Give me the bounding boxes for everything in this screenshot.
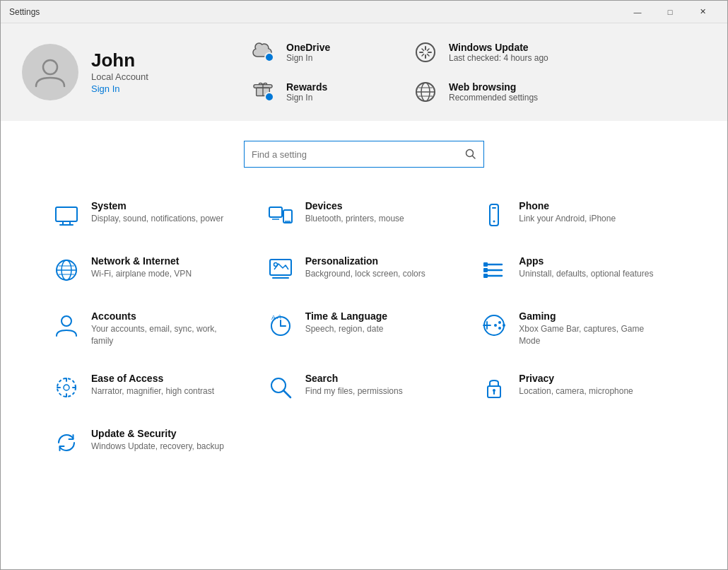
personalization-icon [266, 255, 295, 285]
svg-rect-16 [269, 207, 282, 217]
system-desc: Display, sound, notifications, power [91, 213, 223, 225]
web-browsing-icon [411, 77, 440, 107]
title-bar: Settings — □ ✕ [1, 1, 727, 23]
update-icon [52, 428, 81, 458]
ease-desc: Narrator, magnifier, high contrast [91, 385, 214, 397]
gaming-desc: Xbox Game Bar, captures, Game Mode [519, 323, 660, 347]
profile-left: John Local Account Sign In [22, 44, 220, 100]
settings-item-time[interactable]: A A Time & Language Speech, region, date [257, 298, 471, 360]
time-desc: Speech, region, date [305, 323, 387, 335]
close-button[interactable]: ✕ [686, 1, 719, 23]
devices-title: Devices [305, 200, 404, 211]
web-browsing-service[interactable]: Web browsing Recommended settings [411, 77, 552, 107]
rewards-service[interactable]: Rewards Sign In [248, 77, 389, 107]
maximize-button[interactable]: □ [654, 1, 686, 23]
onedrive-dot [264, 52, 274, 62]
web-browsing-name: Web browsing [449, 81, 538, 93]
account-type: Local Account [91, 71, 148, 82]
svg-point-46 [498, 327, 501, 330]
settings-item-apps[interactable]: Apps Uninstall, defaults, optional featu… [471, 243, 685, 298]
apps-desc: Uninstall, defaults, optional features [519, 268, 653, 280]
app-title: Settings [9, 7, 621, 17]
settings-item-search[interactable]: Search Find my files, permissions [257, 360, 471, 415]
web-browsing-action: Recommended settings [449, 93, 538, 103]
onedrive-action: Sign In [286, 53, 330, 63]
privacy-title: Privacy [519, 373, 633, 384]
service-column-right: Windows Update Last checked: 4 hours ago… [411, 37, 552, 107]
profile-header: John Local Account Sign In OneDrive [1, 23, 727, 121]
windows-update-service[interactable]: Windows Update Last checked: 4 hours ago [411, 37, 552, 67]
privacy-text: Privacy Location, camera, microphone [519, 373, 633, 397]
system-text: System Display, sound, notifications, po… [91, 200, 223, 225]
settings-item-update[interactable]: Update & Security Windows Update, recove… [43, 415, 257, 470]
sign-in-link[interactable]: Sign In [91, 83, 119, 94]
update-text: Update & Security Windows Update, recove… [91, 428, 224, 453]
service-column-left: OneDrive Sign In [248, 37, 389, 107]
accounts-icon [52, 310, 81, 340]
svg-rect-34 [483, 262, 488, 267]
settings-item-phone[interactable]: Phone Link your Android, iPhone [471, 187, 685, 243]
svg-line-11 [473, 156, 476, 159]
rewards-icon [248, 77, 278, 107]
network-text: Network & Internet Wi-Fi, airplane mode,… [91, 255, 192, 280]
svg-point-30 [274, 263, 277, 267]
svg-point-49 [64, 385, 69, 390]
settings-item-privacy[interactable]: Privacy Location, camera, microphone [471, 360, 685, 415]
system-icon [52, 200, 81, 230]
svg-point-0 [43, 60, 57, 74]
settings-item-network[interactable]: Network & Internet Wi-Fi, airplane mode,… [43, 243, 257, 298]
settings-item-ease[interactable]: Ease of Access Narrator, magnifier, high… [43, 360, 257, 415]
accounts-title: Accounts [91, 310, 233, 322]
settings-item-gaming[interactable]: Gaming Xbox Game Bar, captures, Game Mod… [471, 298, 685, 360]
search-settings-title: Search [305, 373, 403, 384]
time-icon: A A [266, 310, 295, 340]
search-input[interactable] [252, 149, 465, 160]
onedrive-name: OneDrive [286, 42, 330, 53]
search-settings-icon [266, 373, 295, 402]
settings-item-personalization[interactable]: Personalization Background, lock screen,… [257, 243, 471, 298]
profile-info: John Local Account Sign In [91, 50, 148, 95]
gaming-text: Gaming Xbox Game Bar, captures, Game Mod… [519, 310, 660, 347]
apps-text: Apps Uninstall, defaults, optional featu… [519, 255, 653, 280]
svg-point-4 [416, 43, 435, 62]
privacy-icon [479, 373, 509, 402]
window-controls: — □ ✕ [621, 1, 719, 23]
personalization-text: Personalization Background, lock screen,… [305, 255, 425, 280]
svg-point-44 [498, 321, 501, 324]
ease-icon [52, 373, 81, 402]
devices-icon [266, 200, 295, 230]
svg-text:A: A [271, 314, 276, 321]
search-area [1, 121, 727, 180]
rewards-name: Rewards [286, 81, 327, 93]
privacy-desc: Location, camera, microphone [519, 385, 633, 397]
windows-update-action: Last checked: 4 hours ago [449, 53, 548, 63]
svg-text:A: A [276, 313, 281, 320]
svg-line-51 [283, 390, 290, 397]
svg-point-45 [503, 324, 505, 327]
windows-update-icon [411, 37, 440, 67]
personalization-title: Personalization [305, 255, 425, 267]
accounts-desc: Your accounts, email, sync, work, family [91, 323, 233, 347]
svg-point-37 [61, 316, 71, 326]
svg-rect-36 [483, 274, 488, 278]
svg-rect-35 [483, 268, 488, 272]
phone-text: Phone Link your Android, iPhone [519, 200, 616, 225]
rewards-text: Rewards Sign In [286, 81, 327, 103]
phone-desc: Link your Android, iPhone [519, 213, 616, 225]
search-box [244, 141, 484, 168]
profile-name: John [91, 50, 148, 71]
network-desc: Wi-Fi, airplane mode, VPN [91, 268, 192, 280]
minimize-button[interactable]: — [621, 1, 654, 23]
update-title: Update & Security [91, 428, 224, 439]
settings-item-accounts[interactable]: Accounts Your accounts, email, sync, wor… [43, 298, 257, 360]
ease-text: Ease of Access Narrator, magnifier, high… [91, 373, 214, 397]
gaming-icon [479, 310, 509, 340]
rewards-dot [264, 92, 274, 102]
search-settings-text: Search Find my files, permissions [305, 373, 403, 397]
onedrive-service[interactable]: OneDrive Sign In [248, 37, 389, 67]
svg-point-47 [494, 324, 497, 327]
avatar-icon [33, 54, 68, 90]
update-desc: Windows Update, recovery, backup [91, 441, 224, 453]
settings-item-system[interactable]: System Display, sound, notifications, po… [43, 187, 257, 243]
settings-item-devices[interactable]: Devices Bluetooth, printers, mouse [257, 187, 471, 243]
